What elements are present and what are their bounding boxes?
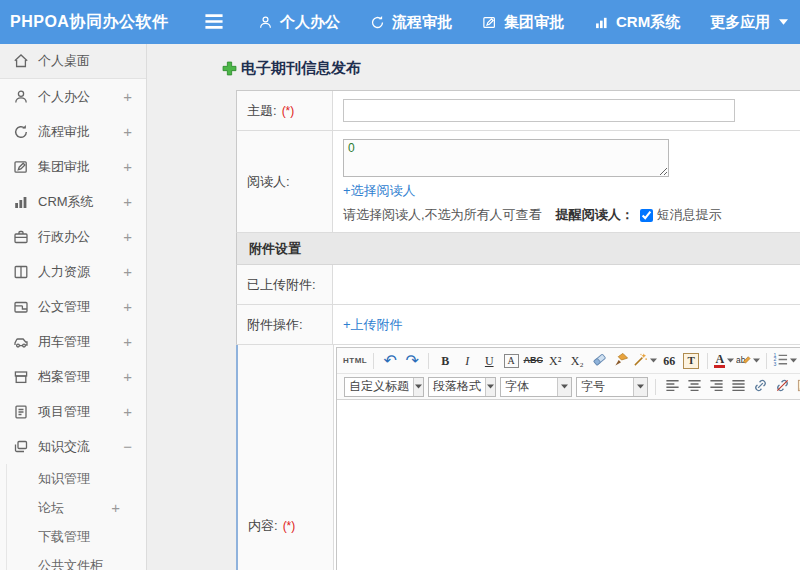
sidebar-subitem-forum[interactable]: 论坛+: [0, 493, 146, 522]
align-center-button[interactable]: [684, 377, 704, 397]
sidebar-item-crm-system-label: CRM系统: [38, 193, 94, 211]
auto-typeset-button[interactable]: [633, 351, 657, 371]
sidebar-item-process-approval[interactable]: 流程审批+: [0, 114, 146, 149]
expand-toggle-icon[interactable]: −: [123, 438, 132, 455]
blockquote-button[interactable]: 66: [659, 351, 679, 371]
undo-button-glyph: ↶: [384, 353, 397, 369]
align-justify-icon: [731, 378, 746, 396]
align-right-icon: [709, 378, 724, 396]
html-source-button[interactable]: HTML: [343, 351, 367, 371]
home-icon: [13, 53, 29, 69]
caret-down-icon[interactable]: [485, 378, 495, 396]
expand-toggle-icon[interactable]: +: [123, 263, 132, 280]
font-size-select-value: 字号: [581, 378, 605, 395]
readers-textarea[interactable]: 0: [343, 139, 669, 177]
sms-checkbox[interactable]: [640, 209, 653, 222]
unlink-button[interactable]: [772, 377, 792, 397]
heading-select[interactable]: 自定义标题: [344, 377, 424, 397]
nav-personal-office[interactable]: 个人办公: [258, 13, 340, 32]
bold-button[interactable]: B: [435, 351, 455, 371]
top-navbar: PHPOA协同办公软件 个人办公流程审批集团审批CRM系统更多应用: [0, 0, 800, 44]
superscript-button[interactable]: X²: [545, 351, 565, 371]
sidebar-item-crm-system[interactable]: CRM系统+: [0, 184, 146, 219]
paste-text-button[interactable]: T: [681, 351, 701, 371]
briefcase-icon: [13, 229, 29, 245]
sidebar-item-hr[interactable]: 人力资源+: [0, 254, 146, 289]
caret-down-icon[interactable]: [633, 378, 647, 396]
font-family-select-value: 字体: [505, 378, 529, 395]
sidebar-item-project-mgmt[interactable]: 项目管理+: [0, 394, 146, 429]
expand-toggle-icon[interactable]: +: [123, 368, 132, 385]
attachment-action-label-cell: 附件操作:: [237, 305, 333, 344]
attachment-section-title: 附件设置: [249, 240, 301, 258]
expand-toggle-icon[interactable]: +: [123, 158, 132, 175]
caret-down-icon[interactable]: [413, 378, 423, 396]
expand-toggle-icon[interactable]: +: [123, 333, 132, 350]
align-right-button[interactable]: [706, 377, 726, 397]
sidebar-item-vehicle-mgmt[interactable]: 用车管理+: [0, 324, 146, 359]
italic-button-glyph: I: [465, 355, 469, 367]
app-logo[interactable]: PHPOA协同办公软件: [0, 12, 186, 33]
expand-toggle-icon[interactable]: +: [123, 88, 132, 105]
align-center-icon: [687, 378, 702, 396]
strikethrough-button[interactable]: ABC: [523, 351, 543, 371]
align-justify-button[interactable]: [728, 377, 748, 397]
expand-toggle-icon[interactable]: +: [123, 403, 132, 420]
expand-toggle-icon[interactable]: +: [123, 193, 132, 210]
sidebar-subitem-forum-label: 论坛: [38, 499, 64, 517]
nav-more-apps[interactable]: 更多应用: [710, 13, 788, 32]
align-left-button[interactable]: [662, 377, 682, 397]
main-content: 电子期刊信息发布 主题: (*) 阅读人: 0 +选择阅读人 请选择阅读人,不: [148, 44, 800, 570]
required-mark: (*): [283, 519, 296, 533]
font-family-select[interactable]: 字体: [500, 377, 572, 397]
menu-icon[interactable]: [204, 14, 226, 30]
sidebar-subitem-knowledge-mgmt[interactable]: 知识管理: [0, 464, 146, 493]
paragraph-select[interactable]: 段落格式: [428, 377, 496, 397]
italic-button[interactable]: I: [457, 351, 477, 371]
sidebar-item-archive-mgmt[interactable]: 档案管理+: [0, 359, 146, 394]
highlight-button[interactable]: ab: [736, 351, 760, 371]
redo-button[interactable]: ↷: [402, 351, 422, 371]
caret-down-icon: [779, 19, 788, 25]
sidebar-item-project-mgmt-label: 项目管理: [38, 403, 90, 421]
underline-button[interactable]: U: [479, 351, 499, 371]
choose-readers-link[interactable]: +选择阅读人: [343, 183, 416, 198]
caret-down-icon[interactable]: [557, 378, 571, 396]
expand-toggle-icon[interactable]: +: [123, 123, 132, 140]
nav-group-approval[interactable]: 集团审批: [482, 13, 564, 32]
sidebar-item-knowledge-exchange[interactable]: 知识交流−: [0, 429, 146, 464]
eraser-button[interactable]: [589, 351, 609, 371]
expand-toggle-icon[interactable]: +: [123, 228, 132, 245]
font-box-button[interactable]: A: [501, 351, 521, 371]
subject-input[interactable]: [343, 99, 735, 122]
ordered-list-button[interactable]: 123: [773, 351, 797, 371]
font-color-button[interactable]: A: [714, 351, 734, 371]
nav-crm-system[interactable]: CRM系统: [594, 13, 680, 32]
editor-content-area[interactable]: [337, 400, 800, 570]
nav-process-approval[interactable]: 流程审批: [370, 13, 452, 32]
sidebar-item-admin-office[interactable]: 行政办公+: [0, 219, 146, 254]
sidebar-item-group-approval[interactable]: 集团审批+: [0, 149, 146, 184]
expand-toggle-icon[interactable]: +: [123, 298, 132, 315]
sidebar-subitem-public-file-cabinet[interactable]: 公共文件柜: [0, 551, 146, 570]
toolbar-separator: [766, 353, 767, 369]
top-nav: 个人办公流程审批集团审批CRM系统更多应用: [258, 13, 788, 32]
content-label: 内容:: [248, 517, 278, 535]
insert-image-button[interactable]: [794, 377, 800, 397]
sidebar-item-knowledge-exchange-label: 知识交流: [38, 438, 90, 456]
format-brush-button[interactable]: [611, 351, 631, 371]
sidebar-item-personal-office[interactable]: 个人办公+: [0, 79, 146, 114]
font-size-select[interactable]: 字号: [576, 377, 648, 397]
expand-toggle-icon[interactable]: +: [111, 499, 120, 516]
content-editor-cell: HTML↶↷BIUAABCX²X₂66TAab123 自定义标题段落格式字体字号: [334, 345, 800, 570]
subscript-button[interactable]: X₂: [567, 351, 587, 371]
link-button[interactable]: [750, 377, 770, 397]
undo-button[interactable]: ↶: [380, 351, 400, 371]
sidebar-subitem-download-mgmt[interactable]: 下载管理: [0, 522, 146, 551]
sidebar-item-document-mgmt[interactable]: 公文管理+: [0, 289, 146, 324]
readers-row: 阅读人: 0 +选择阅读人 请选择阅读人,不选为所有人可查看 提醒阅读人： 短消…: [236, 131, 800, 233]
subscript-button-glyph: X₂: [571, 355, 584, 367]
upload-attachment-link[interactable]: +上传附件: [343, 317, 403, 332]
sidebar-item-personal-desktop[interactable]: 个人桌面: [0, 44, 146, 79]
sidebar-subitem-knowledge-mgmt-label: 知识管理: [38, 470, 90, 488]
